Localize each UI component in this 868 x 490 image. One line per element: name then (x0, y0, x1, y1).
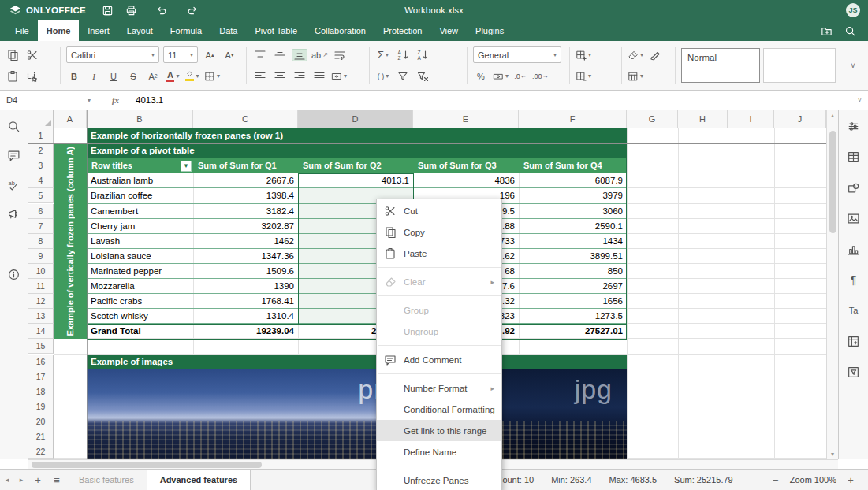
row-header-15[interactable]: 15 (28, 339, 54, 354)
pivot-cell-q4[interactable]: 850 (519, 264, 627, 279)
pivot-cell-q1[interactable]: 1310.4 (193, 309, 298, 324)
decrease-font-button[interactable]: A (222, 47, 237, 63)
column-header-I[interactable]: I (728, 110, 774, 128)
underline-button[interactable]: U (106, 69, 121, 84)
tab-pivot-table[interactable]: Pivot Table (246, 20, 306, 41)
scroll-up-icon[interactable]: ▴ (827, 112, 838, 119)
italic-button[interactable]: I (86, 69, 102, 84)
sheet-tab-advanced-features[interactable]: Advanced features (147, 470, 251, 490)
row-header-11[interactable]: 11 (28, 279, 54, 294)
tab-formula[interactable]: Formula (162, 20, 210, 41)
pivot-cell-q3[interactable]: 4836 (413, 173, 519, 188)
formula-input[interactable]: 4013.1 (129, 95, 163, 105)
paragraph-settings-button[interactable]: ¶ (846, 272, 862, 288)
pivot-cell-q4[interactable]: 1434 (519, 234, 627, 249)
row-header-16[interactable]: 16 (28, 355, 54, 369)
tab-data[interactable]: Data (210, 20, 246, 41)
font-color-button[interactable]: A (165, 69, 181, 84)
pivot-cell-q1[interactable]: 1462 (193, 234, 298, 249)
chart-settings-button[interactable] (846, 241, 862, 257)
row-header-12[interactable]: 12 (28, 294, 54, 309)
insert-cells-button[interactable] (576, 49, 591, 61)
pivot-row-name[interactable]: Lavash (87, 234, 193, 249)
undo-button[interactable] (149, 0, 173, 20)
context-menu-item-get-link-to-this-range[interactable]: Get link to this range (377, 420, 501, 441)
pivot-total-q4[interactable]: 27527.01 (519, 324, 627, 339)
about-panel-button[interactable] (6, 266, 22, 282)
number-format-combo[interactable]: General (473, 46, 561, 63)
cell-name-box[interactable]: D4 (0, 91, 102, 110)
pivot-cell-q1[interactable]: 1390 (193, 279, 298, 294)
pivot-cell-q4[interactable]: 3899.51 (519, 249, 627, 264)
vertical-scroll-thumb[interactable] (829, 131, 836, 233)
align-center-button[interactable] (272, 70, 288, 83)
filter-button[interactable] (395, 70, 411, 83)
feedback-panel-button[interactable] (6, 206, 22, 221)
context-menu-item-copy[interactable]: Copy (377, 221, 501, 243)
textart-settings-button[interactable]: Ta (846, 303, 862, 318)
pivot-cell-q2[interactable]: 4013.1 (298, 173, 413, 188)
pivot-row-name[interactable]: Cherry jam (87, 219, 193, 234)
pivot-cell-q1[interactable]: 3182.4 (193, 204, 298, 219)
row-header-14[interactable]: 14 (28, 324, 54, 339)
pivot-row-name[interactable]: Camembert (87, 204, 193, 219)
merge-cells-button[interactable] (331, 70, 347, 83)
insert-function-button[interactable]: fx (102, 91, 129, 110)
row-header-7[interactable]: 7 (28, 219, 54, 234)
clear-button[interactable] (628, 49, 643, 61)
add-sheet-button[interactable]: + (28, 474, 47, 486)
fill-color-button[interactable] (184, 69, 200, 84)
font-size-combo[interactable]: 11 (163, 46, 198, 63)
sheet-nav-next-button[interactable]: ▸ (14, 476, 28, 484)
row-header-1[interactable]: 1 (28, 128, 54, 143)
select-all-corner[interactable] (28, 110, 54, 128)
align-top-button[interactable] (252, 49, 268, 61)
font-name-combo[interactable]: Calibri (66, 46, 159, 63)
slicer-settings-button[interactable] (846, 364, 862, 380)
tab-home[interactable]: Home (38, 20, 80, 41)
print-button[interactable] (119, 0, 143, 20)
tab-layout[interactable]: Layout (118, 20, 162, 41)
context-menu-item-unfreeze-panes[interactable]: Unfreeze Panes (377, 470, 501, 490)
pivot-row-name[interactable]: Australian lamb (87, 173, 193, 188)
percent-style-button[interactable]: % (473, 69, 489, 84)
cell-style-normal[interactable]: Normal (681, 48, 760, 83)
scroll-down-icon[interactable]: ▾ (827, 451, 838, 458)
pivot-filter-button[interactable]: ▼ (181, 161, 192, 172)
pivot-cell-q4[interactable]: 1273.5 (519, 309, 627, 324)
select-all-button[interactable] (24, 70, 40, 83)
wrap-text-button[interactable] (332, 49, 348, 61)
decrease-decimal-button[interactable]: .0 (512, 69, 528, 84)
align-right-button[interactable] (292, 70, 307, 83)
tab-collaboration[interactable]: Collaboration (306, 20, 374, 41)
tab-insert[interactable]: Insert (79, 20, 118, 41)
cell-settings-button[interactable] (846, 118, 862, 134)
row-header-20[interactable]: 20 (28, 414, 54, 429)
sheet-tab-basic-features[interactable]: Basic features (66, 470, 147, 490)
row-header-10[interactable]: 10 (28, 264, 54, 279)
align-left-button[interactable] (252, 70, 268, 83)
context-menu-item-conditional-formatting[interactable]: Conditional Formatting (377, 399, 501, 420)
row-header-22[interactable]: 22 (28, 444, 54, 459)
image-settings-button[interactable] (846, 210, 862, 226)
sort-ascending-button[interactable]: AZ (395, 49, 411, 61)
copy-style-button[interactable] (647, 49, 663, 61)
column-header-F[interactable]: F (519, 110, 627, 128)
column-header-J[interactable]: J (774, 110, 826, 128)
cut-button[interactable] (24, 49, 40, 61)
context-menu-item-cut[interactable]: Cut (377, 200, 501, 221)
column-header-A[interactable]: A (54, 110, 87, 128)
redo-button[interactable] (181, 0, 204, 20)
subscript-button[interactable]: A (145, 69, 161, 84)
context-menu-item-group[interactable]: Group (377, 299, 501, 321)
pivot-total-name[interactable]: Grand Total (87, 324, 193, 339)
tab-plugins[interactable]: Plugins (467, 20, 512, 41)
sheet-list-button[interactable]: ≡ (47, 474, 66, 486)
pivot-cell-q1[interactable]: 1768.41 (193, 294, 298, 309)
format-as-table-button[interactable] (628, 70, 643, 83)
context-menu-item-number-format[interactable]: Number Format▸ (377, 377, 501, 399)
row-header-6[interactable]: 6 (28, 204, 54, 219)
row-header-2[interactable]: 2 (28, 143, 54, 158)
spellcheck-panel-button[interactable]: ab (6, 176, 22, 192)
row-header-19[interactable]: 19 (28, 399, 54, 414)
